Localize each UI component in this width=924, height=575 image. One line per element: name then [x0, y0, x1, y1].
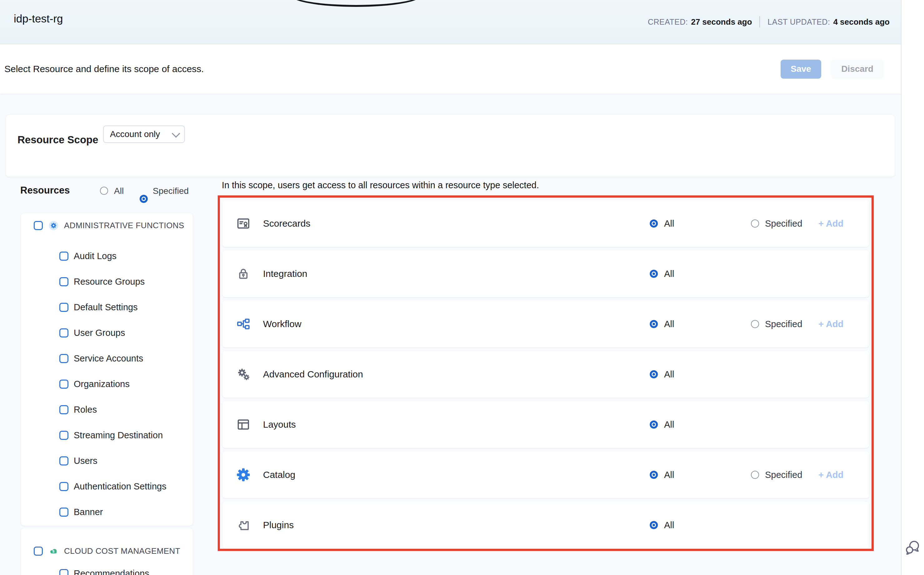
save-button[interactable]: Save	[781, 60, 821, 79]
all-radio-label: All	[664, 470, 674, 480]
resource-type-row: WorkflowAllSpecified+ Add	[222, 300, 869, 348]
resource-item-label: Banner	[74, 507, 103, 517]
all-radio[interactable]	[650, 320, 658, 328]
toolbar: Select Resource and define its scope of …	[0, 44, 901, 94]
tab-arc	[290, 0, 422, 7]
specified-radio-label: Specified	[765, 219, 802, 229]
resource-type-label: Plugins	[263, 520, 294, 531]
resource-item-checkbox[interactable]	[59, 482, 69, 491]
resource-scope-dropdown[interactable]: Account only	[103, 125, 185, 143]
all-radio-label: All	[664, 319, 674, 329]
resources-specified-label: Specified	[153, 186, 189, 196]
all-radio-label: All	[664, 219, 674, 229]
puzzle-icon	[236, 518, 250, 532]
resource-item-label: Resource Groups	[74, 276, 145, 287]
add-link[interactable]: + Add	[819, 319, 843, 329]
all-radio-label: All	[664, 369, 674, 380]
specified-radio[interactable]	[751, 219, 759, 227]
resource-scope-value: Account only	[110, 129, 160, 139]
resources-all-label: All	[114, 186, 124, 196]
all-radio[interactable]	[650, 370, 658, 378]
header-meta: CREATED: 27 seconds ago LAST UPDATED: 4 …	[648, 0, 890, 44]
resource-type-label: Scorecards	[263, 218, 311, 229]
resource-type-label: Integration	[263, 268, 307, 279]
specified-radio[interactable]	[751, 471, 759, 479]
resource-item-checkbox[interactable]	[59, 354, 69, 363]
resource-item-checkbox[interactable]	[59, 508, 69, 517]
catalog-gear-icon	[236, 468, 250, 482]
resource-item-label: Default Settings	[74, 302, 138, 313]
right-strip	[901, 0, 924, 575]
scope-panel-description: In this scope, users get access to all r…	[222, 180, 539, 191]
resource-item-row: Users	[21, 448, 193, 473]
specified-radio-label: Specified	[765, 470, 802, 480]
all-radio-label: All	[664, 269, 674, 279]
admin-functions-icon	[49, 221, 58, 230]
resource-item-row: User Groups	[21, 320, 193, 346]
resource-item-label: Audit Logs	[74, 251, 116, 261]
add-link[interactable]: + Add	[819, 470, 843, 480]
resource-item-row: Authentication Settings	[21, 473, 193, 499]
layout-icon	[236, 417, 250, 432]
resource-item-row: Recommendations	[21, 561, 193, 575]
resource-item-checkbox[interactable]	[59, 456, 69, 465]
all-radio[interactable]	[650, 471, 658, 479]
resource-type-row: CatalogAllSpecified+ Add	[222, 451, 869, 498]
resources-header: Resources All Specified	[20, 185, 195, 198]
resource-item-checkbox[interactable]	[59, 569, 69, 575]
resource-type-label: Catalog	[263, 470, 295, 480]
group-checkbox[interactable]	[34, 546, 43, 556]
resource-item-checkbox[interactable]	[59, 252, 69, 260]
resource-item-checkbox[interactable]	[59, 405, 69, 414]
resource-item-checkbox[interactable]	[59, 277, 69, 286]
resource-item-checkbox[interactable]	[59, 303, 69, 312]
resource-item-checkbox[interactable]	[59, 329, 69, 337]
resource-types-highlight-box: ScorecardsAllSpecified+ AddIntegrationAl…	[218, 195, 874, 551]
all-radio[interactable]	[650, 270, 658, 278]
resource-type-label: Workflow	[263, 319, 301, 329]
resource-item-row: Banner	[21, 499, 193, 525]
resource-item-row: Service Accounts	[21, 346, 193, 371]
chevron-down-icon	[172, 129, 180, 138]
all-radio-label: All	[664, 520, 674, 531]
resource-item-label: Roles	[74, 405, 97, 415]
resource-scope-label: Resource Scope	[18, 134, 99, 146]
resource-item-checkbox[interactable]	[59, 431, 69, 440]
resource-group-label: ADMINISTRATIVE FUNCTIONS	[64, 221, 184, 230]
resource-group-items: Recommendations	[21, 561, 193, 575]
svg-text:$: $	[53, 549, 55, 553]
all-radio[interactable]	[650, 521, 658, 529]
last-updated-value: 4 seconds ago	[833, 17, 890, 27]
resource-type-row: Advanced ConfigurationAll	[222, 351, 869, 398]
resource-type-row: LayoutsAll	[222, 401, 869, 448]
resource-item-label: Streaming Destination	[74, 430, 163, 440]
toolbar-description: Select Resource and define its scope of …	[4, 64, 204, 74]
resources-specified-radio[interactable]	[140, 195, 148, 203]
all-radio[interactable]	[650, 219, 658, 227]
resource-item-row: Roles	[21, 397, 193, 423]
chat-help-icon[interactable]	[905, 539, 920, 555]
resource-type-row: IntegrationAll	[222, 250, 869, 297]
lock-icon	[236, 267, 250, 281]
group-checkbox[interactable]	[34, 221, 43, 230]
resource-item-label: Recommendations	[74, 569, 149, 575]
resources-card: ADMINISTRATIVE FUNCTIONSAudit LogsResour…	[21, 213, 193, 526]
resource-type-row: ScorecardsAllSpecified+ Add	[222, 200, 869, 247]
resource-group-items: Audit LogsResource GroupsDefault Setting…	[21, 243, 193, 525]
resources-all-radio[interactable]	[100, 187, 108, 195]
meta-divider	[759, 16, 760, 27]
resource-item-checkbox[interactable]	[59, 380, 69, 389]
page-header: idp-test-rg CREATED: 27 seconds ago LAST…	[0, 0, 901, 44]
workflow-icon	[236, 317, 250, 331]
resource-item-row: Resource Groups	[21, 269, 193, 294]
cloud-cost-icon: $	[49, 546, 58, 556]
resource-item-label: Authentication Settings	[74, 481, 166, 492]
all-radio[interactable]	[650, 421, 658, 429]
page: idp-test-rg CREATED: 27 seconds ago LAST…	[0, 0, 924, 575]
add-link[interactable]: + Add	[819, 219, 843, 229]
resource-item-row: Organizations	[21, 371, 193, 397]
resource-item-row: Audit Logs	[21, 243, 193, 269]
gears-icon	[236, 367, 250, 381]
specified-radio[interactable]	[751, 320, 759, 328]
discard-button[interactable]: Discard	[831, 60, 883, 79]
